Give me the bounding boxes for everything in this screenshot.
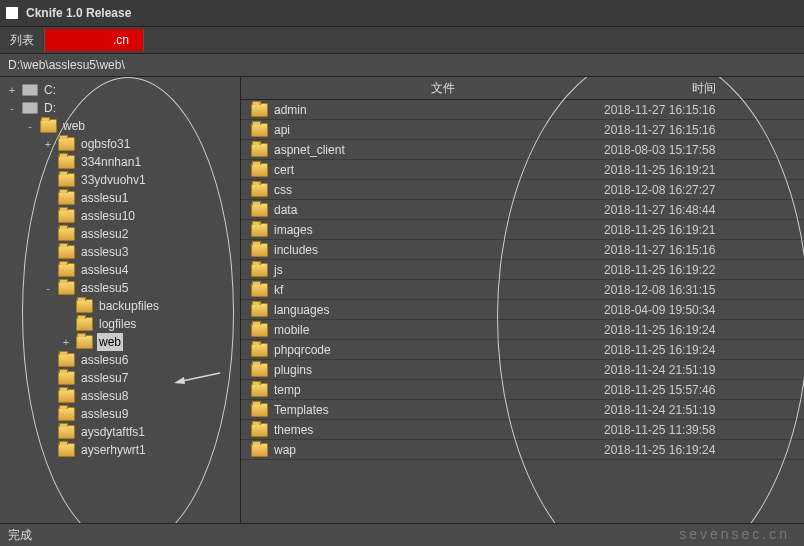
folder-icon	[251, 203, 268, 217]
list-row[interactable]: admin2018-11-27 16:15:16	[241, 100, 804, 120]
folder-icon	[58, 425, 75, 439]
file-time: 2018-11-25 16:19:22	[604, 263, 804, 277]
list-row[interactable]: images2018-11-25 16:19:21	[241, 220, 804, 240]
tree-node[interactable]: asslesu10	[6, 207, 240, 225]
tree-node[interactable]: asslesu3	[6, 243, 240, 261]
list-row[interactable]: mobile2018-11-25 16:19:24	[241, 320, 804, 340]
tree-node[interactable]: -D:	[6, 99, 240, 117]
tree-label: asslesu5	[79, 279, 130, 297]
folder-icon	[58, 245, 75, 259]
file-name: plugins	[274, 363, 604, 377]
path-bar[interactable]: D:\web\asslesu5\web\	[0, 54, 804, 76]
list-row[interactable]: themes2018-11-25 11:39:58	[241, 420, 804, 440]
folder-icon	[251, 123, 268, 137]
tree-label: 33ydvuohv1	[79, 171, 148, 189]
file-time: 2018-11-25 15:57:46	[604, 383, 804, 397]
tree-node[interactable]: -web	[6, 117, 240, 135]
list-row[interactable]: languages2018-04-09 19:50:34	[241, 300, 804, 320]
folder-icon	[251, 303, 268, 317]
drive-icon	[22, 84, 38, 96]
tree-toggle[interactable]: +	[6, 81, 18, 99]
title-bar[interactable]: Cknife 1.0 Release	[0, 0, 804, 27]
folder-icon	[58, 191, 75, 205]
header-name[interactable]: 文件	[241, 77, 604, 99]
tree-label: aysdytaftfs1	[79, 423, 147, 441]
header-time[interactable]: 时间	[604, 77, 804, 99]
file-name: includes	[274, 243, 604, 257]
list-row[interactable]: Templates2018-11-24 21:51:19	[241, 400, 804, 420]
tree-node[interactable]: asslesu8	[6, 387, 240, 405]
tree-label: ayserhywrt1	[79, 441, 148, 459]
list-row[interactable]: css2018-12-08 16:27:27	[241, 180, 804, 200]
folder-icon	[251, 443, 268, 457]
file-name: languages	[274, 303, 604, 317]
tree-toggle[interactable]: -	[24, 117, 36, 135]
tab-host[interactable]: xxxxxxxxx.cn	[45, 29, 144, 51]
folder-icon	[251, 423, 268, 437]
list-row[interactable]: plugins2018-11-24 21:51:19	[241, 360, 804, 380]
list-row[interactable]: kf2018-12-08 16:31:15	[241, 280, 804, 300]
list-row[interactable]: api2018-11-27 16:15:16	[241, 120, 804, 140]
tab-bar: 列表 xxxxxxxxx.cn	[0, 27, 804, 54]
file-name: mobile	[274, 323, 604, 337]
folder-icon	[76, 317, 93, 331]
file-time: 2018-11-25 16:19:24	[604, 323, 804, 337]
file-name: images	[274, 223, 604, 237]
tree-node[interactable]: -asslesu5	[6, 279, 240, 297]
tree-node[interactable]: logfiles	[6, 315, 240, 333]
list-row[interactable]: includes2018-11-27 16:15:16	[241, 240, 804, 260]
list-row[interactable]: aspnet_client2018-08-03 15:17:58	[241, 140, 804, 160]
tree-toggle[interactable]: -	[42, 279, 54, 297]
file-name: wap	[274, 443, 604, 457]
tree-node[interactable]: 334nnhan1	[6, 153, 240, 171]
tree-label: asslesu6	[79, 351, 130, 369]
file-time: 2018-04-09 19:50:34	[604, 303, 804, 317]
tree-node[interactable]: aysdytaftfs1	[6, 423, 240, 441]
tree-toggle[interactable]: +	[42, 135, 54, 153]
folder-icon	[251, 283, 268, 297]
tree-label: asslesu2	[79, 225, 130, 243]
tree-node[interactable]: 33ydvuohv1	[6, 171, 240, 189]
tree-node[interactable]: backupfiles	[6, 297, 240, 315]
list-row[interactable]: phpqrcode2018-11-25 16:19:24	[241, 340, 804, 360]
list-row[interactable]: wap2018-11-25 16:19:24	[241, 440, 804, 460]
list-row[interactable]: cert2018-11-25 16:19:21	[241, 160, 804, 180]
tree-toggle[interactable]: -	[6, 99, 18, 117]
app-icon	[6, 7, 18, 19]
tree-node[interactable]: +ogbsfo31	[6, 135, 240, 153]
folder-icon	[58, 443, 75, 457]
list-row[interactable]: temp2018-11-25 15:57:46	[241, 380, 804, 400]
file-list-pane: 文件 时间 admin2018-11-27 16:15:16api2018-11…	[241, 77, 804, 523]
folder-icon	[76, 335, 93, 349]
folder-icon	[58, 371, 75, 385]
folder-icon	[251, 103, 268, 117]
tree-toggle[interactable]: +	[60, 333, 72, 351]
list-row[interactable]: js2018-11-25 16:19:22	[241, 260, 804, 280]
tree-node[interactable]: asslesu2	[6, 225, 240, 243]
file-time: 2018-11-27 16:15:16	[604, 103, 804, 117]
tree-node[interactable]: +web	[6, 333, 240, 351]
file-name: admin	[274, 103, 604, 117]
file-name: Templates	[274, 403, 604, 417]
tree-node[interactable]: asslesu1	[6, 189, 240, 207]
folder-icon	[58, 281, 75, 295]
file-time: 2018-11-27 16:15:16	[604, 123, 804, 137]
folder-icon	[251, 183, 268, 197]
folder-icon	[76, 299, 93, 313]
tree-node[interactable]: asslesu4	[6, 261, 240, 279]
folder-icon	[58, 155, 75, 169]
tree-node[interactable]: ayserhywrt1	[6, 441, 240, 459]
tree-node[interactable]: asslesu7	[6, 369, 240, 387]
folder-icon	[251, 243, 268, 257]
tab-list[interactable]: 列表	[0, 28, 45, 53]
file-time: 2018-11-25 16:19:24	[604, 443, 804, 457]
tree-node[interactable]: +C:	[6, 81, 240, 99]
tree-label: C:	[42, 81, 58, 99]
tree-label: web	[97, 333, 123, 351]
folder-icon	[40, 119, 57, 133]
folder-icon	[251, 403, 268, 417]
tree-node[interactable]: asslesu6	[6, 351, 240, 369]
tree-node[interactable]: asslesu9	[6, 405, 240, 423]
list-row[interactable]: data2018-11-27 16:48:44	[241, 200, 804, 220]
folder-icon	[251, 363, 268, 377]
